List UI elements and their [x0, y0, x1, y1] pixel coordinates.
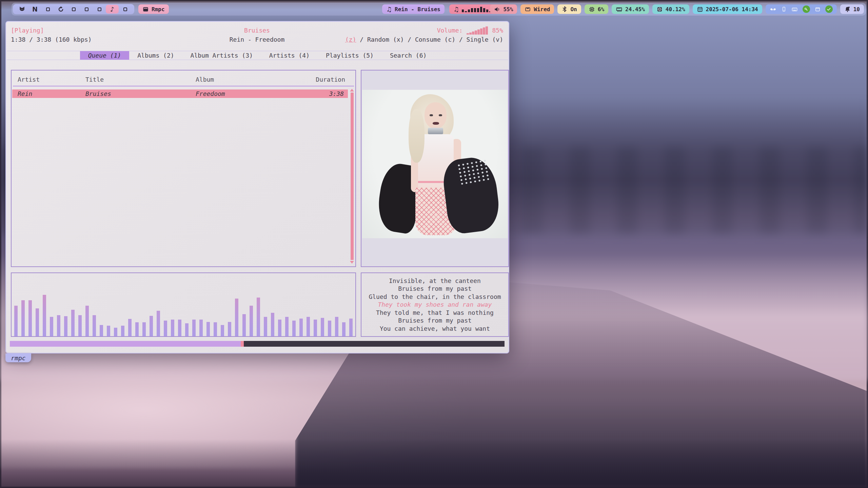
workspace-8[interactable]: ♪ — [106, 5, 119, 14]
wallpaper-bottom-shade — [0, 439, 868, 488]
visualizer-bar — [150, 316, 153, 336]
album-art-eye — [430, 114, 433, 116]
visualizer-bar — [292, 321, 296, 336]
music-note-icon: ♪ — [110, 6, 114, 13]
status-pill-cpu[interactable]: 6% — [585, 4, 608, 14]
tray-phone-icon[interactable] — [781, 6, 787, 12]
visualizer-bar — [314, 320, 317, 336]
visualizer-bar — [85, 306, 89, 336]
mini-visualizer-bar — [462, 9, 464, 12]
calendar-icon — [697, 6, 703, 13]
scrollbar-thumb[interactable] — [351, 93, 354, 260]
scrollbar-down-icon[interactable] — [350, 261, 354, 264]
workspace-switcher: N♪ — [13, 4, 134, 14]
workspace-6[interactable] — [80, 5, 93, 14]
visualizer-bar — [28, 300, 32, 336]
visualizer-bar — [242, 314, 246, 336]
volume-label: Volume: — [437, 26, 463, 35]
visualizer-bar — [157, 311, 160, 336]
player-controls-info: Volume: 85% (z) / Random (x) / Consume (… — [345, 26, 503, 44]
window-square-icon — [98, 7, 101, 11]
queue-cell-artist: Rein — [18, 90, 85, 97]
workspace-3[interactable] — [41, 5, 54, 14]
album-art-panel — [361, 70, 509, 267]
queue-cell-title: Bruises — [85, 90, 196, 97]
neovim-icon: N — [32, 6, 38, 13]
visualizer-bar — [43, 295, 46, 336]
tab-search[interactable]: Search (6) — [382, 51, 435, 60]
mini-visualizer-bars — [462, 6, 491, 12]
visualizer-panel — [11, 272, 356, 337]
scrollbar-up-icon[interactable] — [350, 89, 354, 92]
toggle-repeat[interactable]: (z) — [345, 36, 356, 43]
workspace-2[interactable]: N — [28, 5, 41, 14]
window-tag-rmpc[interactable]: rmpc — [5, 353, 31, 362]
progress-bar[interactable] — [10, 341, 505, 347]
notifications-pill[interactable]: 10 — [840, 4, 864, 14]
visualizer-bar — [57, 315, 60, 336]
status-pill-bluetooth[interactable]: On — [557, 4, 581, 14]
visualizer-bar — [192, 320, 196, 336]
tab-albums[interactable]: Albums (2) — [129, 51, 182, 60]
volume-bar — [472, 32, 474, 35]
tab-artists[interactable]: Artists (4) — [261, 51, 318, 60]
status-pill-memory[interactable]: 24.45% — [612, 4, 649, 14]
column-header-artist: Artist — [18, 76, 85, 83]
window-tag-label: rmpc — [11, 354, 25, 362]
status-pill-network[interactable]: Wired — [520, 4, 554, 14]
visualizer-bar — [271, 313, 274, 336]
visualizer-bar — [36, 308, 39, 336]
visualizer-bar — [21, 300, 25, 336]
visualizer-bar — [278, 320, 281, 336]
visualizer-bar — [228, 322, 231, 336]
tab-album-artists[interactable]: Album Artists (3) — [182, 51, 261, 60]
tray-check-icon[interactable] — [825, 5, 833, 13]
tray-keyboard-icon[interactable] — [791, 6, 798, 13]
queue-panel: ArtistTitleAlbumDuration ReinBruisesFree… — [11, 70, 356, 267]
notifications-count: 10 — [853, 6, 860, 13]
visualizer-bars — [14, 273, 353, 336]
workspace-1[interactable] — [16, 5, 28, 14]
visualizer-bar — [264, 317, 267, 336]
volume-indicator: Volume: 85% — [345, 26, 503, 35]
now-playing-widget[interactable]: ♫ Rein - Bruises — [382, 4, 445, 14]
taskbar-item-rmpc[interactable]: Rmpc — [138, 4, 169, 14]
visualizer-bar — [135, 322, 139, 336]
visualizer-bar — [206, 322, 210, 336]
queue-row[interactable]: ReinBruisesFreedoom3:38 — [12, 89, 348, 98]
visualizer-bar — [78, 315, 82, 336]
visualizer-bar — [299, 319, 303, 336]
tab-bar: Queue (1)Albums (2)Album Artists (3)Arti… — [7, 51, 508, 60]
bell-icon — [844, 6, 851, 13]
visualizer-bar — [349, 319, 353, 336]
visualizer-bar — [235, 299, 238, 336]
tab-queue[interactable]: Queue (1) — [80, 51, 130, 60]
system-tray — [766, 4, 837, 14]
album-art-eye — [439, 114, 442, 116]
queue-scrollbar[interactable] — [350, 89, 354, 264]
window-square-icon — [85, 7, 88, 11]
workspace-4[interactable] — [54, 5, 67, 14]
visualizer-bar — [342, 322, 346, 336]
visualizer-bar — [221, 325, 224, 336]
lyric-line: They told me, that I was nothing — [376, 309, 494, 317]
cat-icon — [19, 6, 25, 13]
mini-visualizer-bar — [477, 8, 479, 12]
top-bar-left: N♪ Rmpc — [13, 4, 169, 14]
lyric-line: Glued to the chair, in the classroom — [369, 293, 501, 301]
tab-playlists[interactable]: Playlists (5) — [318, 51, 382, 60]
audio-visualizer-widget[interactable]: ♫ — [449, 4, 495, 14]
workspace-5[interactable] — [67, 5, 80, 14]
status-pill-clock[interactable]: 2025-07-06 14:34 — [693, 4, 762, 14]
visualizer-bar — [321, 318, 324, 336]
tray-wave-icon[interactable] — [770, 6, 776, 13]
status-pill-disk[interactable]: 40.12% — [652, 4, 689, 14]
tray-key-icon[interactable] — [803, 5, 810, 13]
status-pill-volume[interactable]: 55% — [490, 4, 517, 14]
workspace-7[interactable] — [93, 5, 106, 14]
ram-icon — [616, 6, 623, 13]
workspace-9[interactable] — [119, 5, 132, 14]
lyric-line: You can achieve, what you want — [380, 325, 490, 333]
toggle-others[interactable]: / Random (x) / Consume (c) / Single (v) — [356, 36, 503, 43]
tray-window-icon[interactable] — [815, 6, 821, 12]
